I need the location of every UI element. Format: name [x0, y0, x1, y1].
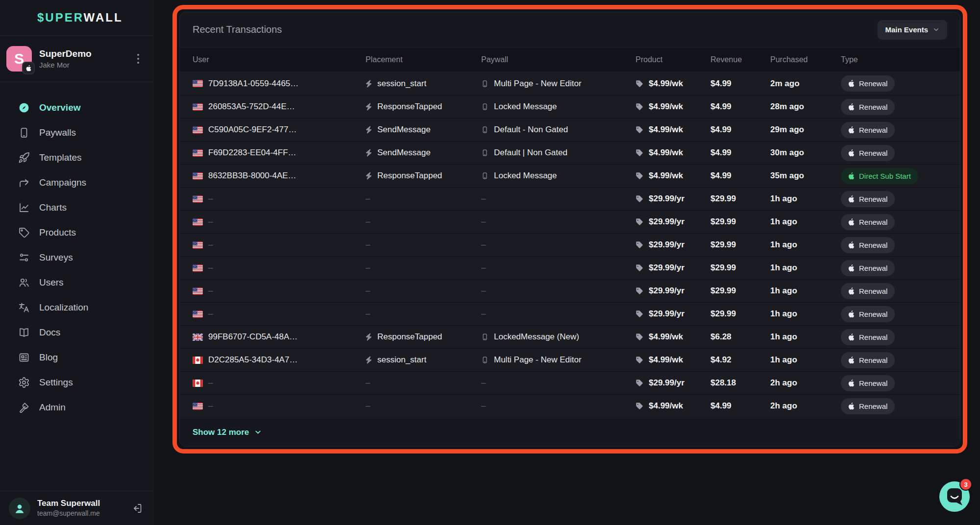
product-cell: $29.99/yr [636, 217, 710, 227]
workspace-menu-icon[interactable] [134, 51, 142, 67]
user-id: – [208, 309, 213, 319]
user-id: F69D2283-EE04-4FF… [208, 148, 296, 158]
transaction-row[interactable]: 99FB6707-CD5A-48A… ResponseTapped Locked… [180, 325, 960, 348]
placement-name: – [366, 286, 370, 296]
main-content: Recent Transactions Main Events UserPlac… [153, 0, 980, 525]
flag-us-icon [193, 403, 203, 410]
transaction-type-label: Renewal [859, 126, 887, 134]
paywall-name: – [481, 309, 486, 319]
user-cell: – [193, 240, 366, 250]
user-id: 99FB6707-CD5A-48A… [208, 332, 297, 342]
transaction-row[interactable]: C590A05C-9EF2-477… SendMessage Default -… [180, 118, 960, 141]
placement-cell: – [366, 263, 481, 273]
flag-us-icon [193, 80, 203, 87]
transaction-row[interactable]: 260853A5-752D-44E… ResponseTapped Locked… [180, 95, 960, 118]
transaction-type-badge: Renewal [841, 306, 895, 322]
transaction-row[interactable]: – – – $29.99/yr $29.99 1h ago Renewal [180, 279, 960, 302]
product-tag-icon [636, 241, 643, 249]
sidebar-item-localization[interactable]: Localization [0, 295, 153, 320]
highlighted-region: Recent Transactions Main Events UserPlac… [172, 5, 967, 453]
paywall-phone-icon [481, 102, 489, 111]
sidebar-item-users[interactable]: Users [0, 270, 153, 295]
flag-us-icon [193, 195, 203, 203]
column-header-type: Type [841, 55, 947, 64]
sidebar-item-overview[interactable]: Overview [0, 95, 153, 120]
show-more-button[interactable]: Show 12 more [180, 418, 960, 446]
placement-cell: – [366, 286, 481, 296]
user-id: – [208, 240, 213, 250]
purchased-time: 28m ago [770, 102, 804, 112]
transaction-type-badge: Renewal [841, 329, 895, 345]
purchased-cell: 29m ago [770, 125, 841, 135]
transaction-type-badge: Renewal [841, 99, 895, 115]
product-tag-icon [636, 379, 643, 387]
placement-name: – [366, 240, 370, 250]
paywall-phone-icon [481, 171, 489, 180]
transaction-row[interactable]: – – – $29.99/yr $29.99 1h ago Renewal [180, 210, 960, 233]
purchased-cell: 1h ago [770, 332, 841, 342]
superwall-logo: $UPERWALL [37, 11, 123, 24]
flag-us-icon [193, 126, 203, 134]
transaction-row[interactable]: – – – $29.99/yr $29.99 1h ago Renewal [180, 187, 960, 210]
logout-icon[interactable] [131, 502, 143, 514]
product-tag-icon [636, 172, 643, 180]
transaction-row[interactable]: – – – $29.99/yr $29.99 1h ago Renewal [180, 302, 960, 325]
main-events-dropdown[interactable]: Main Events [878, 20, 947, 40]
sidebar-item-surveys[interactable]: Surveys [0, 245, 153, 270]
transaction-row[interactable]: 8632BB3B-8000-4AE… ResponseTapped Locked… [180, 164, 960, 187]
product-price: $4.99/wk [649, 171, 683, 181]
transaction-row[interactable]: – – – $29.99/yr $29.99 1h ago Renewal [180, 256, 960, 279]
placement-name: – [366, 401, 370, 411]
transaction-row[interactable]: D2C285A5-34D3-4A7… session_start Multi P… [180, 348, 960, 371]
paywall-phone-icon [481, 125, 489, 134]
revenue-cell: $4.99 [710, 79, 770, 89]
account-name: Team Superwall [37, 499, 100, 508]
purchased-time: 1h ago [770, 309, 797, 319]
transaction-row[interactable]: 7D9138A1-0559-4465… session_start Multi … [180, 72, 960, 95]
sidebar-nav: Overview Paywalls Templates Campaigns Ch… [0, 82, 153, 491]
purchased-cell: 30m ago [770, 148, 841, 158]
paywall-cell: – [481, 217, 636, 227]
product-cell: $29.99/yr [636, 240, 710, 250]
user-id: 7D9138A1-0559-4465… [208, 79, 298, 89]
sidebar-item-templates[interactable]: Templates [0, 145, 153, 170]
paywall-cell: – [481, 263, 636, 273]
transaction-row[interactable]: – – – $4.99/wk $4.99 2h ago Renewal [180, 394, 960, 417]
chat-launcher[interactable]: 3 [939, 481, 970, 512]
revenue-amount: $29.99 [710, 286, 736, 296]
sidebar-item-settings[interactable]: Settings [0, 370, 153, 395]
sidebar-item-charts[interactable]: Charts [0, 195, 153, 220]
sidebar-item-products[interactable]: Products [0, 220, 153, 245]
purchased-cell: 1h ago [770, 309, 841, 319]
product-cell: $29.99/yr [636, 309, 710, 319]
sidebar-item-blog[interactable]: Blog [0, 345, 153, 370]
paywall-name: – [481, 240, 486, 250]
transaction-row[interactable]: – – – $29.99/yr $28.18 2h ago Renewal [180, 371, 960, 394]
product-price: $29.99/yr [649, 378, 685, 388]
paywall-cell: – [481, 194, 636, 204]
apple-icon [848, 126, 855, 134]
transaction-row[interactable]: – – – $29.99/yr $29.99 1h ago Renewal [180, 233, 960, 256]
placement-bolt-icon [366, 103, 372, 111]
purchased-cell: 2h ago [770, 401, 841, 411]
workspace-switcher[interactable]: S SuperDemo Jake Mor [0, 36, 153, 82]
sidebar-item-admin[interactable]: Admin [0, 395, 153, 420]
transaction-row[interactable]: F69D2283-EE04-4FF… SendMessage Default |… [180, 141, 960, 164]
paywall-cell: – [481, 401, 636, 411]
type-cell: Renewal [841, 352, 947, 368]
purchased-time: 1h ago [770, 194, 797, 204]
account-avatar[interactable] [9, 498, 30, 519]
user-cell: – [193, 378, 366, 388]
sidebar-item-docs[interactable]: Docs [0, 320, 153, 345]
transaction-type-label: Renewal [859, 402, 887, 410]
apple-icon [848, 172, 855, 180]
sidebar-item-paywalls[interactable]: Paywalls [0, 120, 153, 145]
placement-bolt-icon [366, 80, 372, 88]
paywall-name: Locked Message [494, 171, 557, 181]
purchased-time: 1h ago [770, 217, 797, 227]
sidebar-item-campaigns[interactable]: Campaigns [0, 170, 153, 195]
revenue-cell: $29.99 [710, 240, 770, 250]
placement-cell: session_start [366, 355, 481, 365]
product-tag-icon [636, 80, 643, 88]
user-cell: C590A05C-9EF2-477… [193, 125, 366, 135]
